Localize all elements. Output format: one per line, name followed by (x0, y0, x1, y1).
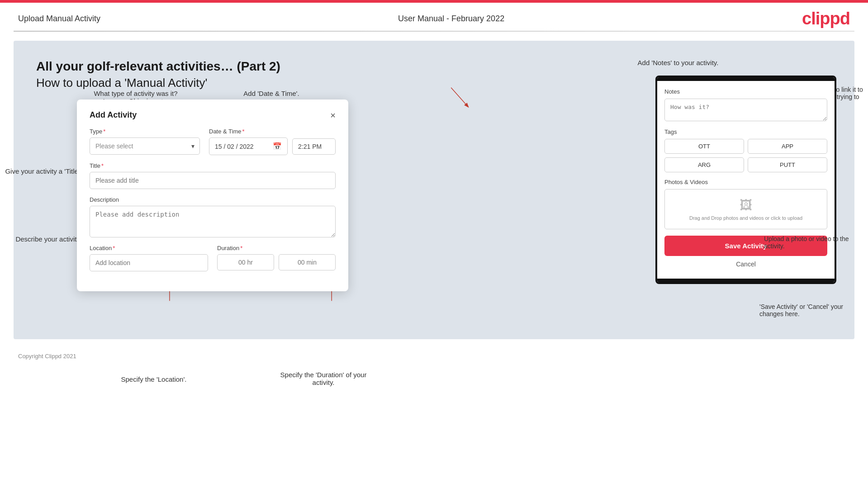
add-activity-dialog: Add Activity × Type* Please select ▾ Dat… (77, 99, 348, 291)
dialog-title: Add Activity (90, 110, 137, 120)
location-input[interactable] (90, 254, 208, 271)
photos-label: Photos & Videos (664, 179, 827, 185)
annotation-location: Specify the 'Location'. (104, 375, 204, 383)
notes-input[interactable] (664, 99, 827, 121)
tag-arg[interactable]: ARG (664, 157, 744, 172)
tags-grid: OTT APP ARG PUTT (664, 139, 827, 172)
duration-minutes-input[interactable] (279, 254, 336, 270)
annotation-save-cancel: 'Save Activity' or 'Cancel' your changes… (759, 303, 868, 317)
type-label: Type* (90, 128, 200, 135)
upload-text: Drag and Drop photos and videos or click… (670, 215, 821, 221)
annotation-notes: Add 'Notes' to your activity. (628, 59, 728, 66)
title-label: Title* (90, 162, 336, 169)
upload-icon: 🖼 (670, 198, 821, 213)
dialog-close-button[interactable]: × (330, 111, 336, 120)
type-datetime-row: Type* Please select ▾ Date & Time* 📅 (90, 128, 336, 155)
type-select-wrapper: Please select ▾ (90, 137, 200, 155)
calendar-icon: 📅 (273, 142, 282, 151)
header-left-title: Upload Manual Activity (18, 14, 100, 24)
copyright: Copyright Clippd 2021 (18, 353, 76, 360)
annotation-duration: Specify the 'Duration' of your activity. (271, 371, 375, 386)
time-input-wrapper (292, 138, 336, 155)
title-group: Title* (90, 162, 336, 189)
header-center-title: User Manual - February 2022 (398, 14, 504, 24)
location-label: Location* (90, 245, 208, 251)
duration-inputs (217, 254, 336, 270)
date-input[interactable] (215, 143, 269, 150)
photos-upload-area[interactable]: 🖼 Drag and Drop photos and videos or cli… (664, 189, 827, 229)
datetime-label: Date & Time* (209, 128, 336, 135)
date-input-wrapper: 📅 (209, 137, 288, 155)
description-label: Description (90, 196, 336, 203)
description-input[interactable] (90, 206, 336, 237)
datetime-required: * (242, 128, 245, 135)
location-required: * (113, 245, 115, 251)
tags-label: Tags (664, 128, 827, 135)
phone-frame: Notes Tags OTT APP ARG PUTT Photos & Vid… (655, 76, 836, 284)
tag-ott[interactable]: OTT (664, 139, 744, 154)
duration-label: Duration* (217, 245, 336, 251)
annotation-describe: Describe your activity. (0, 235, 81, 243)
location-group: Location* (90, 245, 208, 271)
footer: Copyright Clippd 2021 (0, 348, 868, 364)
right-panel: Add 'Notes' to your activity. Add a 'Tag… (655, 59, 836, 284)
duration-group: Duration* (217, 245, 336, 271)
date-time-group: 📅 (209, 137, 336, 155)
annotation-give-title: Give your activity a 'Title'. (0, 167, 81, 175)
location-duration-row: Location* Duration* (90, 245, 336, 271)
annotation-date-time: Add 'Date & Time'. (231, 90, 312, 97)
logo: clippd (802, 9, 850, 28)
duration-required: * (240, 245, 242, 251)
description-group: Description (90, 196, 336, 237)
type-group: Type* Please select ▾ (90, 128, 200, 155)
phone-bottom-bar (657, 279, 835, 282)
annotation-upload: Upload a photo or video to the activity. (764, 235, 863, 250)
main-content: All your golf-relevant activities… (Part… (14, 41, 854, 339)
datetime-group: Date & Time* 📅 (209, 128, 336, 155)
phone-top-bar (657, 77, 835, 81)
notes-label: Notes (664, 88, 827, 95)
time-input[interactable] (298, 143, 330, 150)
title-required: * (101, 162, 104, 169)
type-required: * (103, 128, 105, 135)
duration-hours-input[interactable] (217, 254, 274, 270)
tag-putt[interactable]: PUTT (748, 157, 827, 172)
top-bar: Upload Manual Activity User Manual - Feb… (0, 0, 868, 32)
cancel-link[interactable]: Cancel (664, 261, 827, 271)
type-select[interactable]: Please select (90, 137, 200, 155)
title-input[interactable] (90, 172, 336, 189)
dialog-header: Add Activity × (90, 110, 336, 120)
tag-app[interactable]: APP (748, 139, 827, 154)
svg-line-6 (451, 88, 468, 107)
